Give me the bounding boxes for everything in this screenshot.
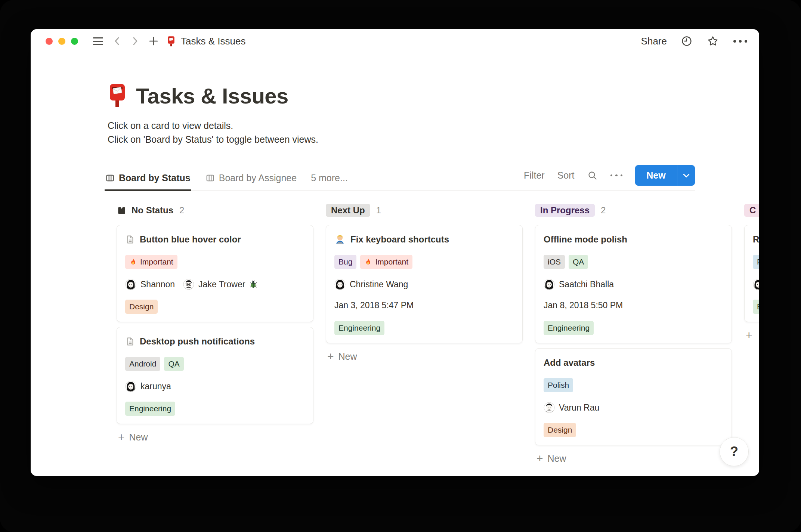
- card-tags-row: Polish: [544, 378, 723, 392]
- assignee-name: Varun Rau: [559, 403, 599, 413]
- board-card[interactable]: Desktop push notificationsAndroidQAkarun…: [117, 327, 313, 424]
- assignee: Shannon: [125, 279, 175, 290]
- view-tabs: Board by Status Board by Assignee 5 more…: [105, 170, 362, 190]
- view-options-ellipsis-icon[interactable]: [610, 174, 623, 177]
- avatar: [334, 279, 346, 290]
- new-page-plus-icon[interactable]: [149, 36, 158, 46]
- assignee: Jake Trower: [183, 279, 257, 290]
- tag-pill: QA: [164, 357, 183, 371]
- tag-pill: E: [753, 300, 759, 314]
- assignee-name: Shannon: [140, 279, 175, 290]
- tag-pill: Bug: [334, 255, 356, 269]
- board-view-icon: [105, 173, 115, 183]
- tag-pill: Engineering: [544, 321, 594, 335]
- help-button[interactable]: ?: [720, 437, 749, 466]
- card-assignees-row: [753, 279, 759, 290]
- page-header: Tasks & Issues Click on a card to view d…: [31, 83, 759, 146]
- column-title-pill[interactable]: C: [744, 204, 759, 217]
- add-card-button[interactable]: +: [744, 330, 759, 341]
- add-card-label: New: [548, 453, 566, 464]
- more-options-icon[interactable]: [733, 40, 747, 43]
- description-line: Click on a card to view details.: [108, 119, 695, 133]
- card-assignees-row: karunya: [125, 381, 305, 392]
- fire-icon: [364, 257, 372, 266]
- card-assignees-row: ShannonJake Trower: [125, 279, 305, 290]
- assignee-name: Saatchi Bhalla: [559, 279, 614, 290]
- zoom-window-button[interactable]: [71, 38, 78, 45]
- card-title: Add avatars: [544, 357, 723, 368]
- avatar: [544, 402, 555, 413]
- assignee-name: karunya: [140, 381, 171, 392]
- tag-pill: Design: [125, 300, 158, 314]
- breadcrumb-page-title[interactable]: Tasks & Issues: [181, 35, 245, 47]
- add-card-label: New: [338, 351, 357, 362]
- share-button[interactable]: Share: [641, 35, 667, 47]
- forward-button[interactable]: [131, 35, 139, 47]
- assignee: [753, 279, 759, 290]
- board-card[interactable]: Button blue hover colorImportantShannonJ…: [117, 225, 313, 322]
- avatar: [183, 279, 194, 290]
- description-line: Click on 'Board by Status' to toggle bet…: [108, 133, 695, 146]
- desktop-background: Tasks & Issues Share: [0, 0, 801, 532]
- board-card[interactable]: RePE: [744, 225, 759, 322]
- add-card-button[interactable]: +New: [326, 351, 523, 362]
- sidebar-toggle-icon[interactable]: [93, 37, 103, 45]
- add-card-button[interactable]: +New: [117, 432, 313, 443]
- avatar: [753, 279, 759, 290]
- titlebar: Tasks & Issues Share: [31, 29, 759, 53]
- assignee-name: Christine Wang: [350, 279, 408, 290]
- new-button[interactable]: New: [635, 165, 695, 186]
- board-card[interactable]: Add avatarsPolishVarun RauDesign: [535, 348, 732, 445]
- tab-board-by-status[interactable]: Board by Status: [105, 170, 191, 191]
- tag-pill: Engineering: [334, 321, 384, 335]
- favorite-star-icon[interactable]: [706, 35, 719, 47]
- inbox-icon: [117, 205, 127, 216]
- sort-button[interactable]: Sort: [557, 170, 575, 181]
- page-icon: [125, 337, 135, 346]
- assignee: Varun Rau: [544, 402, 599, 413]
- view-tabs-bar: Board by Status Board by Assignee 5 more…: [105, 165, 695, 191]
- card-tags-row: iOSQA: [544, 255, 723, 269]
- updates-clock-icon[interactable]: [681, 35, 692, 47]
- page-icon-postbox[interactable]: [108, 83, 127, 108]
- tag-pill: QA: [569, 255, 588, 269]
- card-title: Desktop push notifications: [125, 336, 305, 347]
- avatar: [125, 279, 136, 290]
- column-title-pill[interactable]: Next Up: [326, 204, 370, 217]
- column-title-pill[interactable]: In Progress: [535, 204, 595, 217]
- column-cards: Offline mode polishiOSQASaatchi BhallaJa…: [535, 225, 732, 445]
- avatar: [544, 279, 555, 290]
- tab-more-views[interactable]: 5 more...: [311, 170, 349, 191]
- filter-button[interactable]: Filter: [524, 170, 545, 181]
- board-card[interactable]: Offline mode polishiOSQASaatchi BhallaJa…: [535, 225, 732, 343]
- board-card[interactable]: Fix keyboard shortcutsBugImportantChrist…: [326, 225, 523, 343]
- new-button-label[interactable]: New: [635, 170, 677, 181]
- tab-label: Board by Assignee: [219, 173, 297, 183]
- tag-pill: iOS: [544, 255, 565, 269]
- close-window-button[interactable]: [46, 38, 53, 45]
- notion-window: Tasks & Issues Share: [31, 29, 759, 476]
- postbox-icon: [167, 36, 176, 47]
- tab-board-by-assignee[interactable]: Board by Assignee: [205, 170, 297, 191]
- card-tags-row: Design: [544, 423, 723, 437]
- board-column: CRePE+: [744, 202, 759, 464]
- column-header: In Progress2: [535, 202, 732, 218]
- board-column: No Status2Button blue hover colorImporta…: [117, 202, 313, 464]
- page-icon: [125, 235, 135, 244]
- page-title: Tasks & Issues: [136, 85, 288, 108]
- tab-label: Board by Status: [119, 173, 191, 183]
- back-button[interactable]: [113, 35, 121, 47]
- tag-pill: Android: [125, 357, 160, 371]
- minimize-window-button[interactable]: [58, 38, 65, 45]
- column-title[interactable]: No Status: [117, 205, 173, 216]
- search-icon[interactable]: [587, 170, 598, 181]
- board-column: In Progress2Offline mode polishiOSQASaat…: [535, 202, 732, 464]
- tag-pill: Polish: [544, 378, 573, 392]
- new-button-dropdown[interactable]: [677, 165, 695, 186]
- page-description: Click on a card to view details. Click o…: [108, 119, 695, 146]
- tag-pill: Important: [360, 255, 412, 269]
- card-title: Button blue hover color: [125, 234, 305, 245]
- card-tags-row: E: [753, 300, 759, 314]
- card-tags-row: Engineering: [125, 402, 305, 416]
- add-card-button[interactable]: +New: [535, 453, 732, 464]
